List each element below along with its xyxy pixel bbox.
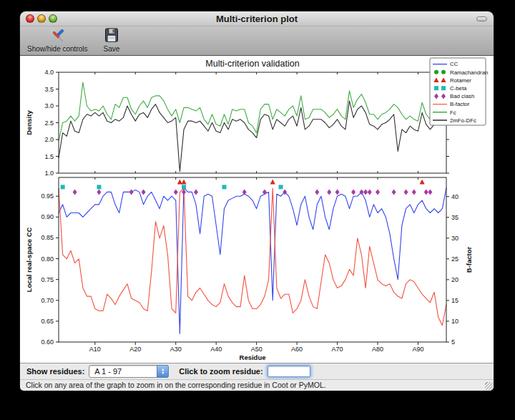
svg-text:Fc: Fc [450, 109, 456, 116]
screen: Multi-criterion plot [0, 0, 515, 420]
svg-text:40: 40 [451, 193, 458, 200]
svg-text:2.0: 2.0 [44, 136, 54, 143]
bfactor-ylabel: B-factor [465, 246, 473, 273]
svg-text:A70: A70 [332, 346, 343, 353]
svg-text:CC: CC [450, 61, 458, 67]
density-panel: 4.03.53.02.52.01.51.0Density [25, 69, 449, 177]
window-title: Multi-criterion plot [20, 11, 494, 26]
svg-text:0.85: 0.85 [41, 234, 54, 241]
show-hide-controls-label: Show/hide controls [27, 45, 88, 53]
svg-text:3.0: 3.0 [44, 102, 54, 109]
svg-text:0.60: 0.60 [41, 338, 54, 346]
residue-range-value: A 1 - 97 [94, 367, 122, 376]
tools-icon [48, 27, 67, 44]
save-icon [104, 27, 119, 44]
svg-text:Rotamer: Rotamer [450, 77, 471, 84]
status-text: Click on any area of the graph to zoom i… [26, 381, 326, 389]
svg-text:B-factor: B-factor [450, 101, 470, 107]
svg-text:4.0: 4.0 [44, 69, 54, 76]
series-B-factor [59, 188, 446, 326]
legend: CCRamachandranRotamerC-betaBad clashB-fa… [430, 58, 488, 125]
svg-text:0.80: 0.80 [41, 255, 54, 263]
svg-text:0.95: 0.95 [41, 192, 54, 200]
svg-text:A20: A20 [129, 346, 141, 353]
save-label: Save [104, 45, 120, 53]
svg-text:20: 20 [451, 276, 458, 283]
resize-grip[interactable] [485, 382, 493, 390]
cc-ylabel: Local real-space CC [25, 227, 33, 292]
stepper-arrows-icon[interactable]: ▲▼ [157, 365, 169, 378]
x-axis-label: Residue [240, 353, 266, 361]
titlebar[interactable]: Multi-criterion plot [20, 11, 494, 26]
svg-text:0.70: 0.70 [41, 297, 54, 304]
svg-text:35: 35 [451, 214, 458, 221]
svg-text:25: 25 [451, 255, 458, 263]
svg-text:10: 10 [451, 318, 458, 325]
svg-text:A90: A90 [412, 346, 423, 353]
controls-bar: Show residues: A 1 - 97 ▲▼ Click to zoom… [20, 363, 494, 379]
save-button[interactable]: Save [101, 26, 123, 54]
svg-text:1.5: 1.5 [44, 153, 54, 160]
zoom-residue-label: Click to zoom residue: [179, 367, 263, 376]
svg-text:Bad clash: Bad clash [450, 93, 474, 99]
svg-text:Ramachandran: Ramachandran [450, 69, 488, 76]
svg-text:2.5: 2.5 [44, 119, 54, 127]
svg-text:1.0: 1.0 [44, 170, 54, 177]
svg-text:30: 30 [451, 235, 458, 242]
svg-text:0.90: 0.90 [41, 213, 54, 220]
svg-text:0.75: 0.75 [41, 276, 54, 283]
residue-range-select[interactable]: A 1 - 97 ▲▼ [89, 365, 169, 378]
series-2mFo-DFc [59, 99, 446, 172]
status-bar: Click on any area of the graph to zoom i… [20, 379, 494, 391]
svg-text:A10: A10 [89, 346, 101, 353]
plot-canvas[interactable]: Multi-criterion validation4.03.53.02.52.… [20, 56, 494, 363]
svg-text:15: 15 [451, 297, 458, 304]
marker-row-c-beta [61, 185, 283, 189]
show-hide-controls-button[interactable]: Show/hide controls [24, 26, 91, 54]
density-ylabel: Density [25, 110, 33, 135]
zoom-residue-input[interactable] [268, 366, 310, 377]
validation-panel: 0.950.900.850.800.750.700.650.6040353025… [25, 177, 473, 361]
svg-text:2mFo-DFc: 2mFo-DFc [450, 117, 476, 124]
svg-text:C-beta: C-beta [450, 85, 467, 92]
marker-row-rotamer [177, 180, 425, 185]
svg-text:0.65: 0.65 [41, 318, 54, 325]
series-CC [59, 188, 446, 334]
svg-text:A60: A60 [291, 346, 303, 353]
toolbar: Show/hide controls Save [20, 26, 494, 56]
svg-text:A80: A80 [372, 346, 383, 353]
toolbar-toggle-button[interactable] [476, 16, 487, 21]
svg-text:A30: A30 [170, 346, 182, 353]
chart-title: Multi-criterion validation [205, 59, 299, 69]
svg-text:5: 5 [451, 338, 455, 346]
show-residues-label: Show residues: [26, 367, 84, 376]
multi-criterion-plot-window: Multi-criterion plot [20, 11, 494, 391]
svg-text:A40: A40 [210, 346, 222, 353]
svg-text:A50: A50 [251, 346, 263, 353]
svg-text:3.5: 3.5 [44, 86, 54, 93]
